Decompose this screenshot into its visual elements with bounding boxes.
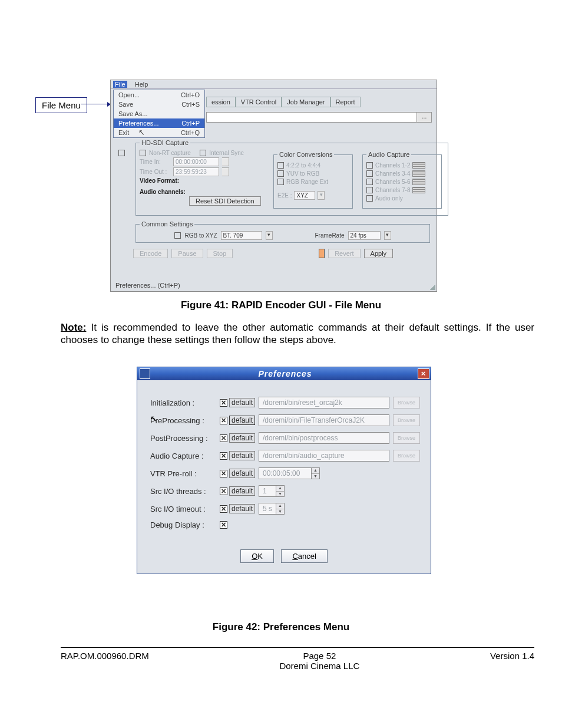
ch56-checkbox[interactable] <box>366 179 373 185</box>
pause-button[interactable]: Pause <box>171 249 203 258</box>
figure-41-caption: Figure 41: RAPID Encoder GUI - File Menu <box>0 299 562 311</box>
browse-dots-button[interactable]: ... <box>416 112 432 123</box>
encode-button[interactable]: Encode <box>133 249 168 258</box>
pref-row-debug-display: Debug Display : ✕ <box>150 521 420 529</box>
bars-icon <box>412 179 425 185</box>
isync-checkbox[interactable] <box>200 150 206 156</box>
menu-file[interactable]: File <box>113 81 127 88</box>
cc-422-checkbox[interactable] <box>277 162 284 169</box>
default-checkbox[interactable]: ✕ <box>220 487 227 495</box>
default-checkbox[interactable]: ✕ <box>220 399 227 407</box>
cc-422-label: 4:2:2 to 4:4:4 <box>286 162 320 169</box>
path-input[interactable]: /doremi/bin/reset_orcaj2k <box>259 397 389 409</box>
nonrt-checkbox[interactable] <box>140 150 146 156</box>
ch12-checkbox[interactable] <box>366 162 373 169</box>
file-menu-exit[interactable]: ExitCtrl+Q <box>114 128 204 137</box>
default-label: default <box>229 469 255 478</box>
path-input[interactable]: /doremi/bin/postprocess <box>259 432 389 444</box>
pref-row-initialization: Initialization : ✕ default /doremi/bin/r… <box>150 397 420 409</box>
spinner[interactable]: ▲▼ <box>276 485 285 497</box>
preroll-input[interactable]: 00:00:05:00 <box>259 467 312 479</box>
default-checkbox[interactable]: ✕ <box>220 505 227 513</box>
default-label: default <box>229 451 255 460</box>
figure-42-caption: Figure 42: Preferences Menu <box>0 621 562 633</box>
browse-button[interactable]: Browse <box>393 397 420 409</box>
cc-rgbext-label: RGB Range Ext <box>286 179 328 185</box>
debug-checkbox[interactable]: ✕ <box>220 521 227 529</box>
file-menu-save-as[interactable]: Save As... <box>114 109 204 118</box>
encoder-window: File Help Open...Ctrl+O SaveCtrl+S Save … <box>110 80 437 292</box>
hdsdi-legend: HD-SDI Capture <box>140 139 190 146</box>
default-checkbox[interactable]: ✕ <box>220 434 227 442</box>
reset-sdi-button[interactable]: Reset SDI Detection <box>189 196 261 206</box>
tab-vtr-control[interactable]: VTR Control <box>236 97 282 107</box>
common-legend: Common Settings <box>140 220 194 228</box>
path-input[interactable]: /doremi/bin/FileTransferOrcaJ2K <box>259 414 389 426</box>
spinner[interactable]: ▲▼ <box>312 467 320 479</box>
tab-bar[interactable]: essionVTR ControlJob ManagerReport <box>206 97 361 107</box>
framerate-dropdown[interactable]: ▾ <box>384 231 391 240</box>
close-icon[interactable]: × <box>418 368 429 379</box>
browse-button[interactable]: Browse <box>393 450 420 462</box>
spinner[interactable]: ▲▼ <box>276 503 285 515</box>
apply-button[interactable]: Apply <box>364 249 394 258</box>
bt-dropdown[interactable]: ▾ <box>266 231 273 240</box>
default-checkbox[interactable]: ✕ <box>220 417 227 424</box>
callout-file-menu: File Menu <box>35 97 87 113</box>
cc-yuv-checkbox[interactable] <box>277 170 284 177</box>
timein-spinner[interactable] <box>222 157 229 166</box>
timein-field[interactable]: 00:00:00:00 <box>173 157 219 166</box>
default-checkbox[interactable]: ✕ <box>220 470 227 477</box>
preferences-dialog: Preferences × Initialization : ✕ default… <box>137 367 431 574</box>
tab-report[interactable]: Report <box>330 97 361 107</box>
revert-button[interactable]: Revert <box>328 249 360 258</box>
default-checkbox[interactable]: ✕ <box>220 452 227 460</box>
e2e-dropdown[interactable]: ▾ <box>318 191 325 200</box>
file-menu-dropdown[interactable]: Open...Ctrl+O SaveCtrl+S Save As... Pref… <box>113 90 205 138</box>
isync-label: Internal Sync <box>209 150 243 156</box>
default-label: default <box>229 486 255 496</box>
file-menu-save[interactable]: SaveCtrl+S <box>114 100 204 109</box>
resize-grip-icon[interactable] <box>429 284 435 290</box>
timeout-input[interactable]: 5 s <box>259 503 276 515</box>
audio-only-checkbox[interactable] <box>366 195 373 202</box>
footer-right: Version 1.4 <box>490 651 534 671</box>
timeout-label: Time Out : <box>140 169 170 175</box>
ch78-checkbox[interactable] <box>366 187 373 193</box>
framerate-field[interactable]: 24 fps <box>348 231 381 240</box>
titlebar[interactable]: Preferences × <box>137 367 431 380</box>
cc-rgbext-checkbox[interactable] <box>277 179 284 185</box>
audio-capture-group: Audio Capture Channels 1-2 Channels 3-4 … <box>362 151 442 209</box>
rgb2xyz-label: RGB to XYZ <box>184 232 217 239</box>
bt-field[interactable]: BT. 709 <box>221 231 262 240</box>
timeout-spinner[interactable] <box>222 167 229 176</box>
menu-bar[interactable]: File Help <box>111 80 437 89</box>
pref-label: Initialization : <box>150 398 220 407</box>
tab-session[interactable]: ession <box>206 97 236 107</box>
rgb2xyz-checkbox[interactable] <box>174 232 181 239</box>
cancel-button[interactable]: Cancel <box>281 549 327 563</box>
common-settings-group: Common Settings RGB to XYZ BT. 709▾ Fram… <box>135 220 430 243</box>
menu-help[interactable]: Help <box>135 81 148 88</box>
dialog-button-row: OK Cancel <box>137 541 431 574</box>
cursor-icon: ↖ <box>150 414 157 423</box>
file-menu-preferences[interactable]: Preferences...Ctrl+P <box>114 118 204 128</box>
ch56-label: Channels 5-6 <box>375 179 410 185</box>
stop-button[interactable]: Stop <box>207 249 233 258</box>
pref-label: PostProcessing : <box>150 434 220 443</box>
default-label: default <box>229 504 255 513</box>
footer-rule <box>61 647 534 648</box>
e2e-field[interactable]: XYZ <box>294 191 315 200</box>
file-menu-open[interactable]: Open...Ctrl+O <box>114 90 204 100</box>
nonrt-label: Non-RT capture <box>149 150 191 156</box>
ch34-checkbox[interactable] <box>366 170 373 177</box>
ok-button[interactable]: OK <box>240 549 274 563</box>
timeout-field[interactable]: 23:59:59:23 <box>173 167 219 176</box>
hdsdi-enable-checkbox[interactable] <box>118 150 125 156</box>
threads-input[interactable]: 1 <box>259 485 276 497</box>
browse-button[interactable]: Browse <box>393 432 420 444</box>
path-input[interactable]: /doremi/bin/audio_capture <box>259 450 389 462</box>
tab-job-manager[interactable]: Job Manager <box>282 97 330 107</box>
browse-button[interactable]: Browse <box>393 414 420 426</box>
path-field[interactable] <box>206 112 424 123</box>
